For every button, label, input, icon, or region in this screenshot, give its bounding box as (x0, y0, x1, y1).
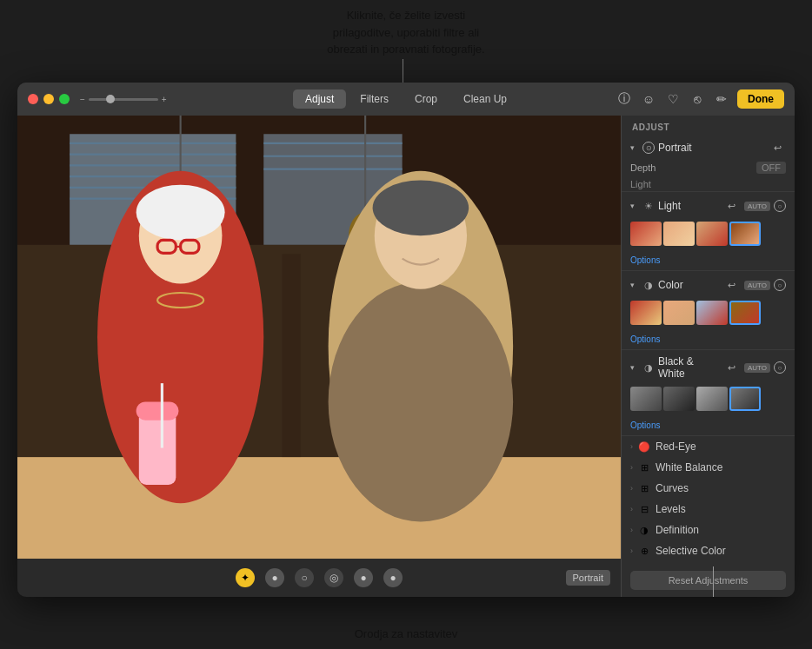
color-thumb-1[interactable] (630, 301, 662, 325)
sidebar-content: ▾ ⊙ Portrait ↩ Depth OFF Light ▾ ☀ (622, 136, 795, 564)
svg-rect-33 (283, 254, 301, 457)
light-undo-icon[interactable]: ↩ (723, 197, 741, 215)
color-thumb-2[interactable] (663, 301, 695, 325)
levels-icon: ⊟ (638, 503, 650, 515)
svg-point-21 (136, 185, 225, 241)
portrait-badge[interactable]: Portrait (566, 570, 610, 586)
color-options-row[interactable]: Options (622, 328, 795, 349)
color-options-btn[interactable]: Options (630, 334, 660, 344)
light-header[interactable]: ▾ ☀ Light ↩ AUTO ○ (622, 192, 795, 220)
top-tooltip: Kliknite, če želite izvesti prilagoditve… (0, 0, 812, 96)
color-circle-btn[interactable]: ○ (774, 279, 786, 291)
light-thumb-3[interactable] (696, 222, 728, 246)
bw-thumb-1[interactable] (630, 387, 662, 411)
sidebar-header: ADJUST (622, 116, 795, 136)
bw-thumb-4-selected[interactable] (729, 387, 761, 411)
light-thumb-1[interactable] (630, 222, 662, 246)
light-auto-badge[interactable]: AUTO (744, 202, 770, 211)
selective-color-chevron: › (630, 546, 633, 555)
photo-area: ✦ ● ○ ◎ ● ● Portrait (17, 116, 621, 597)
bw-options-btn[interactable]: Options (630, 421, 660, 430)
bw-circle-btn[interactable]: ○ (774, 361, 786, 374)
color-header[interactable]: ▾ ◑ Color ↩ AUTO ○ (622, 271, 795, 299)
light-thumbnails (622, 220, 795, 249)
light-actions: ↩ AUTO ○ (723, 197, 786, 215)
light-options-row[interactable]: Options (622, 249, 795, 270)
bw-chevron: ▾ (630, 363, 639, 372)
sidebar: ADJUST ▾ ⊙ Portrait ↩ Depth OFF Light (621, 116, 795, 597)
list-item-selective-color[interactable]: › ⊕ Selective Color (622, 540, 795, 561)
selective-color-label: Selective Color (656, 545, 726, 557)
zoom-slider[interactable]: − + (80, 95, 167, 104)
bw-undo-icon[interactable]: ↩ (723, 359, 741, 376)
svg-rect-18 (17, 457, 621, 559)
list-item-red-eye[interactable]: › 🔴 Red-Eye (622, 436, 795, 457)
list-item-noise-reduction[interactable]: › ◌ Noise Reduction (622, 561, 795, 564)
bw-section: ▾ ◑ Black & White ↩ AUTO ○ (622, 350, 795, 436)
svg-rect-26 (139, 411, 176, 485)
color-undo-icon[interactable]: ↩ (723, 276, 741, 294)
bw-auto-badge[interactable]: AUTO (744, 363, 770, 373)
bottom-callout-line (713, 566, 714, 597)
portrait-section: ▾ ⊙ Portrait ↩ Depth OFF Light (622, 136, 795, 192)
portrait-title: Portrait (658, 142, 765, 154)
levels-chevron: › (630, 505, 633, 513)
white-balance-icon: ⊞ (638, 461, 650, 474)
list-item-levels[interactable]: › ⊟ Levels (622, 499, 795, 520)
red-eye-chevron: › (630, 442, 633, 451)
color-thumb-4-selected[interactable] (729, 301, 761, 325)
tool-5[interactable]: ● (354, 568, 373, 587)
tooltip-line2: prilagoditve, uporabiti filtre ali (333, 26, 479, 39)
light-placeholder: Light (622, 177, 795, 191)
photo-container (17, 116, 621, 559)
tool-3[interactable]: ○ (295, 568, 314, 587)
bw-header[interactable]: ▾ ◑ Black & White ↩ AUTO ○ (622, 350, 795, 385)
curves-chevron: › (630, 484, 633, 493)
light-icon: ☀ (642, 200, 655, 212)
bw-options-row[interactable]: Options (622, 414, 795, 435)
tool-6[interactable]: ● (383, 568, 403, 587)
portrait-icon: ⊙ (642, 142, 655, 154)
bw-thumbnails (622, 385, 795, 414)
bw-thumb-2[interactable] (663, 387, 695, 411)
bw-title: Black & White (658, 355, 720, 380)
light-chevron: ▾ (630, 202, 639, 210)
slider-thumb (106, 95, 115, 103)
list-item-definition[interactable]: › ◑ Definition (622, 520, 795, 540)
color-actions: ↩ AUTO ○ (723, 276, 786, 294)
red-eye-label: Red-Eye (656, 440, 696, 453)
portrait-header[interactable]: ▾ ⊙ Portrait ↩ (622, 136, 795, 160)
bw-actions: ↩ AUTO ○ (723, 359, 786, 376)
tool-2[interactable]: ● (265, 568, 284, 587)
light-options-btn[interactable]: Options (630, 255, 660, 265)
light-thumb-4-selected[interactable] (729, 222, 761, 246)
reset-adjustments-button[interactable]: Reset Adjustments (630, 571, 786, 590)
list-item-curves[interactable]: › ⊞ Curves (622, 478, 795, 499)
smart-tool[interactable]: ✦ (236, 568, 255, 587)
bw-thumb-3[interactable] (696, 387, 728, 411)
light-title: Light (658, 200, 720, 212)
light-thumb-2[interactable] (663, 222, 695, 246)
depth-value: OFF (756, 162, 786, 174)
light-section: ▾ ☀ Light ↩ AUTO ○ (622, 192, 795, 271)
color-thumb-3[interactable] (696, 301, 728, 325)
selective-color-icon: ⊕ (638, 545, 650, 557)
content-area: ✦ ● ○ ◎ ● ● Portrait ADJUST ▾ ⊙ Portrait (17, 116, 795, 597)
levels-label: Levels (656, 503, 686, 515)
white-balance-label: White Balance (656, 461, 722, 474)
portrait-undo-icon[interactable]: ↩ (769, 139, 786, 156)
photo-svg (17, 116, 621, 559)
light-circle-btn[interactable]: ○ (774, 200, 786, 212)
depth-row: Depth OFF (622, 160, 795, 177)
definition-icon: ◑ (638, 524, 650, 536)
tool-4[interactable]: ◎ (324, 568, 343, 587)
color-auto-badge[interactable]: AUTO (744, 281, 770, 290)
bw-icon: ◑ (642, 361, 655, 374)
svg-point-32 (373, 180, 469, 235)
svg-point-30 (329, 281, 514, 521)
list-item-white-balance[interactable]: › ⊞ White Balance (622, 457, 795, 478)
white-balance-chevron: › (630, 463, 633, 472)
photo-toolbar: ✦ ● ○ ◎ ● ● Portrait (17, 559, 621, 597)
red-eye-icon: 🔴 (638, 440, 650, 453)
main-window: − + Adjust Filters Crop Clean Up ⓘ ☺ ♡ ⎋… (17, 83, 795, 597)
